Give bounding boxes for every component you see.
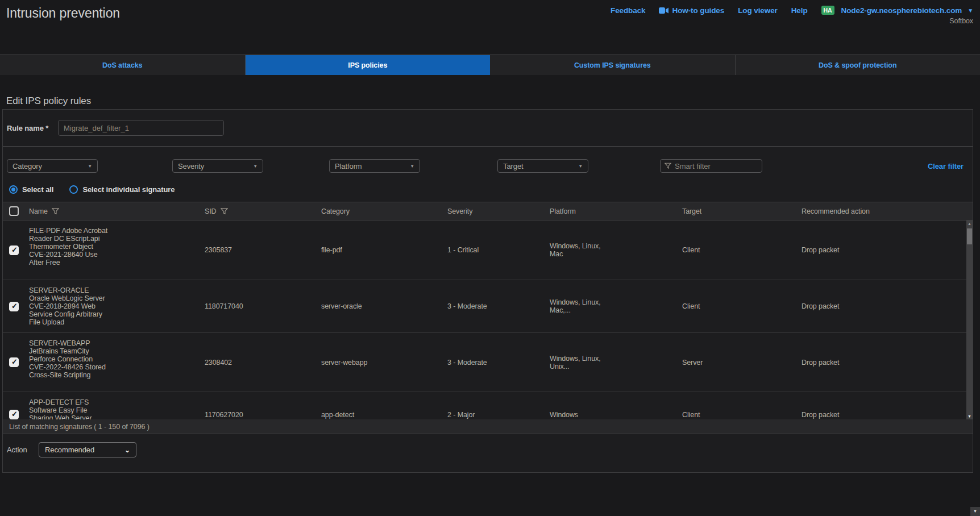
chevron-down-icon: ▼ — [253, 164, 258, 169]
ha-badge: HA — [821, 6, 834, 15]
cell-target: Client — [682, 411, 802, 419]
cell-category: server-oracle — [321, 302, 447, 310]
table-row[interactable]: APP-DETECT EFS Software Easy File Sharin… — [3, 392, 973, 419]
cell-sid: 1180717040 — [205, 302, 321, 310]
filter-funnel-icon[interactable] — [221, 208, 228, 215]
help-label: Help — [791, 6, 808, 15]
action-label: Action — [7, 446, 39, 454]
environment-label: Softbox — [611, 17, 973, 25]
tab-custom-ips-signatures[interactable]: Custom IPS signatures — [490, 55, 736, 75]
radio-selected-icon — [9, 185, 18, 194]
chevron-down-icon: ▼ — [967, 7, 973, 14]
cell-target: Client — [682, 246, 802, 254]
select-individual-radio[interactable]: Select individual signature — [69, 185, 175, 194]
chevron-down-icon: ▼ — [578, 164, 583, 169]
table-footer: List of matching signatures ( 1 - 150 of… — [3, 419, 973, 434]
cell-target: Server — [682, 359, 802, 367]
column-header-severity: Severity — [447, 207, 550, 215]
help-link[interactable]: Help — [791, 6, 808, 15]
column-header-category: Category — [321, 207, 447, 215]
select-all-radio[interactable]: Select all — [9, 185, 53, 194]
smart-filter-box — [660, 159, 762, 173]
rule-name-input[interactable] — [58, 120, 224, 136]
column-header-platform: Platform — [550, 207, 682, 215]
log-viewer-link[interactable]: Log viewer — [738, 6, 778, 15]
scroll-down-icon[interactable]: ▼ — [966, 414, 973, 418]
clear-filter-link[interactable]: Clear filter — [928, 162, 964, 170]
log-viewer-label: Log viewer — [738, 6, 778, 15]
cell-category: server-webapp — [321, 359, 447, 367]
severity-dropdown[interactable]: Severity ▼ — [172, 159, 263, 173]
smart-filter-input[interactable] — [675, 162, 758, 170]
target-dropdown[interactable]: Target ▼ — [497, 159, 588, 173]
tab-dos-attacks[interactable]: DoS attacks — [0, 55, 246, 75]
scroll-up-icon[interactable]: ▲ — [966, 222, 973, 226]
action-select[interactable]: Recommended ⌄ — [39, 442, 136, 457]
row-checkbox[interactable] — [9, 410, 19, 419]
cell-name: SERVER-ORACLE Oracle WebLogic Server CVE… — [29, 280, 205, 326]
cell-target: Client — [682, 302, 802, 310]
column-header-sid: SID — [205, 207, 321, 215]
radio-unselected-icon — [69, 185, 78, 194]
howto-guides-label: How-to guides — [672, 6, 724, 15]
table-row[interactable]: SERVER-ORACLE Oracle WebLogic Server CVE… — [3, 280, 973, 333]
top-bar-right: Feedback How-to guides Log viewer Help H… — [611, 6, 973, 32]
top-links: Feedback How-to guides Log viewer Help H… — [611, 6, 973, 15]
target-dropdown-label: Target — [503, 162, 524, 170]
signatures-table: Name SID Category Severity Platform Targ… — [3, 202, 973, 434]
filter-funnel-icon[interactable] — [52, 208, 59, 215]
row-checkbox[interactable] — [9, 357, 19, 367]
cell-action: Drop packet — [802, 302, 973, 310]
cell-name: FILE-PDF Adobe Acrobat Reader DC EScript… — [29, 220, 205, 267]
action-select-value: Recommended — [45, 446, 94, 454]
cell-severity: 2 - Major — [447, 411, 550, 419]
edit-ips-policy-panel: Rule name * Category ▼ Severity ▼ Platfo… — [2, 109, 973, 473]
cell-platform: Windows, Linux, Unix... — [550, 355, 682, 371]
cell-action: Drop packet — [802, 411, 973, 419]
feedback-label: Feedback — [611, 6, 645, 15]
cell-category: file-pdf — [321, 246, 447, 254]
cell-name: APP-DETECT EFS Software Easy File Sharin… — [29, 392, 205, 419]
page-title: Intrusion prevention — [6, 6, 120, 32]
cell-severity: 3 - Moderate — [447, 302, 550, 310]
cell-category: app-detect — [321, 411, 447, 419]
table-header: Name SID Category Severity Platform Targ… — [3, 202, 973, 220]
header-checkbox-cell — [3, 206, 29, 216]
chevron-down-icon: ⌄ — [124, 446, 130, 454]
rule-name-label: Rule name * — [7, 124, 55, 132]
table-row[interactable]: FILE-PDF Adobe Acrobat Reader DC EScript… — [3, 220, 973, 280]
tab-bar: DoS attacks IPS policies Custom IPS sign… — [0, 55, 980, 75]
platform-dropdown[interactable]: Platform ▼ — [329, 159, 420, 173]
top-bar: Intrusion prevention Feedback How-to gui… — [0, 0, 980, 32]
cell-platform: Windows — [550, 411, 682, 419]
cell-severity: 1 - Critical — [447, 246, 550, 254]
cell-action: Drop packet — [802, 246, 973, 254]
select-all-label: Select all — [22, 185, 53, 194]
select-all-checkbox[interactable] — [9, 206, 19, 216]
tab-ips-policies[interactable]: IPS policies — [246, 55, 491, 75]
hostname-label: Node2-gw.neospherebiotech.com — [841, 6, 962, 15]
cell-action: Drop packet — [802, 359, 973, 367]
selection-mode-row: Select all Select individual signature — [9, 185, 973, 194]
platform-dropdown-label: Platform — [335, 162, 362, 170]
scrollbar-thumb[interactable] — [967, 228, 972, 244]
table-scrollbar[interactable]: ▲ ▼ — [966, 220, 973, 419]
table-row[interactable]: SERVER-WEBAPP JetBrains TeamCity Perforc… — [3, 333, 973, 392]
section-title: Edit IPS policy rules — [6, 95, 980, 107]
category-dropdown-label: Category — [13, 162, 42, 170]
category-dropdown[interactable]: Category ▼ — [7, 159, 98, 173]
select-individual-label: Select individual signature — [82, 185, 175, 194]
row-checkbox[interactable] — [9, 245, 19, 255]
row-checkbox[interactable] — [9, 302, 19, 311]
feedback-link[interactable]: Feedback — [611, 6, 645, 15]
cell-sid: 2308402 — [205, 359, 321, 367]
hostname-menu[interactable]: HA Node2-gw.neospherebiotech.com ▼ — [821, 6, 973, 15]
tab-dos-spoof-protection[interactable]: DoS & spoof protection — [736, 55, 980, 75]
video-camera-icon — [659, 7, 668, 14]
howto-guides-link[interactable]: How-to guides — [659, 6, 724, 15]
funnel-icon — [665, 163, 671, 169]
cell-platform: Windows, Linux, Mac — [550, 242, 682, 258]
page-scroll-down-icon[interactable]: ▼ — [970, 507, 980, 516]
action-row: Action Recommended ⌄ — [3, 434, 973, 472]
column-header-name: Name — [29, 207, 205, 215]
